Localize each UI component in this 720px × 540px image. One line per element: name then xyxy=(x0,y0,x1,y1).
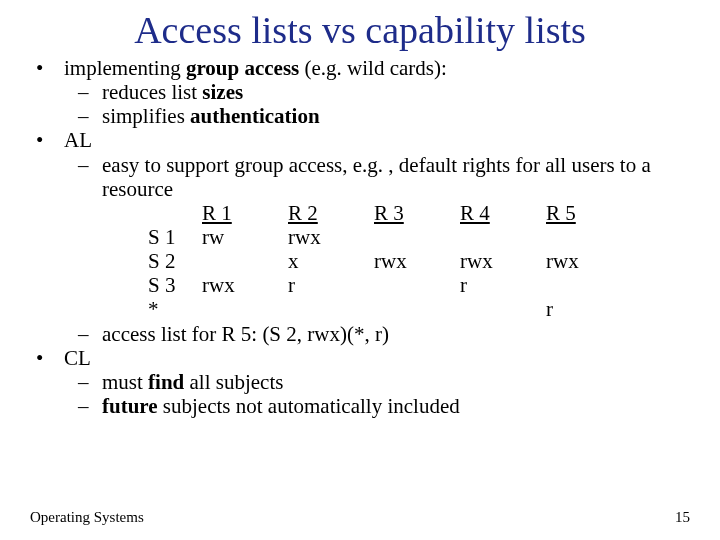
sub-bullet-text: simplifies authentication xyxy=(102,104,690,128)
table-header-row: R 1 R 2 R 3 R 4 R 5 xyxy=(148,201,632,225)
slide-body: implementing group access (e.g. wild car… xyxy=(0,52,720,418)
dash-icon xyxy=(78,322,102,346)
footer-left: Operating Systems xyxy=(30,509,144,526)
table-cell xyxy=(374,225,460,249)
table-cell: rwx xyxy=(460,249,546,273)
dash-icon xyxy=(78,153,102,177)
rights-table-wrap: R 1 R 2 R 3 R 4 R 5 S 1 rw rwx S 2 xyxy=(30,201,690,322)
sub-bullet-text: must find all subjects xyxy=(102,370,690,394)
table-cell: rwx xyxy=(374,249,460,273)
dash-icon xyxy=(78,80,102,104)
table-cell: * xyxy=(148,297,202,321)
table-cell xyxy=(546,225,632,249)
table-cell: rwx xyxy=(546,249,632,273)
bullet-icon xyxy=(30,128,64,152)
table-cell xyxy=(460,225,546,249)
table-cell xyxy=(202,297,288,321)
table-header: R 3 xyxy=(374,201,460,225)
table-row: S 1 rw rwx xyxy=(148,225,632,249)
text-strong: future xyxy=(102,394,158,418)
slide-title: Access lists vs capability lists xyxy=(0,0,720,52)
table-header: R 4 xyxy=(460,201,546,225)
table-cell xyxy=(374,297,460,321)
table-header: R 1 xyxy=(202,201,288,225)
sub-bullet-item: simplifies authentication xyxy=(30,104,690,128)
text-strong: group access xyxy=(186,56,299,80)
page-number: 15 xyxy=(675,509,690,526)
table-cell xyxy=(460,297,546,321)
table-cell xyxy=(374,273,460,297)
text-strong: sizes xyxy=(202,80,243,104)
bullet-icon xyxy=(30,56,64,80)
sub-bullet-text: easy to support group access, e.g. , def… xyxy=(102,153,690,201)
bullet-icon xyxy=(30,346,64,370)
table-cell: x xyxy=(288,249,374,273)
dash-icon xyxy=(78,104,102,128)
table-cell xyxy=(288,297,374,321)
slide-footer: Operating Systems 15 xyxy=(30,509,690,526)
sub-bullet-text: future subjects not automatically includ… xyxy=(102,394,690,418)
rights-table: R 1 R 2 R 3 R 4 R 5 S 1 rw rwx S 2 xyxy=(148,201,632,322)
text: reduces list xyxy=(102,80,202,104)
table-header: R 5 xyxy=(546,201,632,225)
text: must xyxy=(102,370,148,394)
table-header: R 2 xyxy=(288,201,374,225)
table-row: * r xyxy=(148,297,632,321)
text: simplifies xyxy=(102,104,190,128)
dash-icon xyxy=(78,394,102,418)
bullet-text: AL xyxy=(64,128,92,152)
slide: Access lists vs capability lists impleme… xyxy=(0,0,720,540)
table-cell: rwx xyxy=(288,225,374,249)
sub-bullet-item: reduces list sizes xyxy=(30,80,690,104)
bullet-item: AL xyxy=(30,128,690,152)
sub-bullet-item: access list for R 5: (S 2, rwx)(*, r) xyxy=(30,322,690,346)
table-cell: r xyxy=(460,273,546,297)
table-cell xyxy=(148,201,202,225)
table-cell: rw xyxy=(202,225,288,249)
text: subjects not automatically included xyxy=(158,394,460,418)
table-row: S 2 x rwx rwx rwx xyxy=(148,249,632,273)
bullet-text: implementing group access (e.g. wild car… xyxy=(64,56,447,80)
dash-icon xyxy=(78,370,102,394)
table-cell xyxy=(546,273,632,297)
table-cell: r xyxy=(546,297,632,321)
table-cell: S 1 xyxy=(148,225,202,249)
bullet-item: CL xyxy=(30,346,690,370)
text: implementing xyxy=(64,56,186,80)
sub-bullet-item: easy to support group access, e.g. , def… xyxy=(30,153,690,201)
bullet-text: CL xyxy=(64,346,91,370)
text-strong: authentication xyxy=(190,104,320,128)
table-cell: S 2 xyxy=(148,249,202,273)
text-strong: find xyxy=(148,370,184,394)
table-row: S 3 rwx r r xyxy=(148,273,632,297)
bullet-item: implementing group access (e.g. wild car… xyxy=(30,56,690,80)
text: all subjects xyxy=(184,370,283,394)
sub-bullet-item: must find all subjects xyxy=(30,370,690,394)
sub-bullet-item: future subjects not automatically includ… xyxy=(30,394,690,418)
text: (e.g. wild cards): xyxy=(299,56,447,80)
table-cell: rwx xyxy=(202,273,288,297)
table-cell xyxy=(202,249,288,273)
table-cell: S 3 xyxy=(148,273,202,297)
sub-bullet-text: access list for R 5: (S 2, rwx)(*, r) xyxy=(102,322,690,346)
table-cell: r xyxy=(288,273,374,297)
sub-bullet-text: reduces list sizes xyxy=(102,80,690,104)
